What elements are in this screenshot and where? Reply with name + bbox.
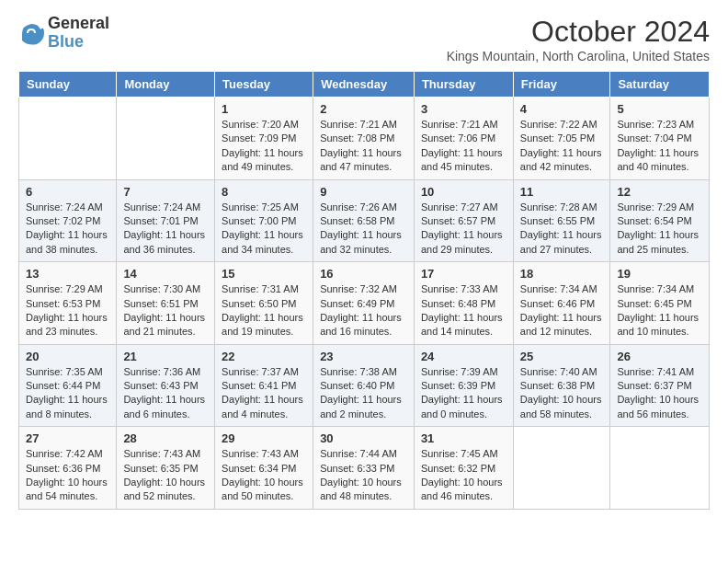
calendar-week-row: 20Sunrise: 7:35 AMSunset: 6:44 PMDayligh… <box>19 344 710 427</box>
calendar-cell: 12Sunrise: 7:29 AMSunset: 6:54 PMDayligh… <box>610 179 710 262</box>
day-number: 13 <box>26 267 109 281</box>
day-info: Sunrise: 7:34 AMSunset: 6:46 PMDaylight:… <box>520 282 604 339</box>
calendar-week-row: 1Sunrise: 7:20 AMSunset: 7:09 PMDaylight… <box>19 98 710 180</box>
calendar-cell: 31Sunrise: 7:45 AMSunset: 6:32 PMDayligh… <box>414 427 513 510</box>
day-info: Sunrise: 7:29 AMSunset: 6:53 PMDaylight:… <box>26 282 109 339</box>
day-info: Sunrise: 7:32 AMSunset: 6:49 PMDaylight:… <box>320 282 407 339</box>
day-info: Sunrise: 7:38 AMSunset: 6:40 PMDaylight:… <box>320 365 407 422</box>
calendar-cell <box>117 98 215 180</box>
day-info: Sunrise: 7:30 AMSunset: 6:51 PMDaylight:… <box>123 282 208 339</box>
day-info: Sunrise: 7:31 AMSunset: 6:50 PMDaylight:… <box>222 282 306 339</box>
day-number: 25 <box>520 350 604 363</box>
day-info: Sunrise: 7:24 AMSunset: 7:02 PMDaylight:… <box>26 201 109 258</box>
day-info: Sunrise: 7:23 AMSunset: 7:04 PMDaylight:… <box>617 118 702 175</box>
logo: General Blue <box>18 15 109 52</box>
calendar-cell: 17Sunrise: 7:33 AMSunset: 6:48 PMDayligh… <box>414 262 513 345</box>
day-number: 11 <box>520 185 604 199</box>
day-info: Sunrise: 7:21 AMSunset: 7:08 PMDaylight:… <box>320 118 407 175</box>
day-info: Sunrise: 7:39 AMSunset: 6:39 PMDaylight:… <box>421 365 506 422</box>
day-number: 8 <box>222 185 306 199</box>
day-info: Sunrise: 7:33 AMSunset: 6:48 PMDaylight:… <box>421 282 506 339</box>
day-info: Sunrise: 7:45 AMSunset: 6:32 PMDaylight:… <box>421 447 506 504</box>
calendar-cell: 26Sunrise: 7:41 AMSunset: 6:37 PMDayligh… <box>610 344 710 427</box>
calendar-cell <box>610 427 710 510</box>
day-number: 2 <box>320 102 407 116</box>
day-number: 5 <box>617 102 702 116</box>
day-number: 22 <box>222 350 306 363</box>
calendar-cell: 10Sunrise: 7:27 AMSunset: 6:57 PMDayligh… <box>414 179 513 262</box>
calendar-cell: 16Sunrise: 7:32 AMSunset: 6:49 PMDayligh… <box>313 262 415 345</box>
day-info: Sunrise: 7:44 AMSunset: 6:33 PMDaylight:… <box>320 447 407 504</box>
calendar-cell: 1Sunrise: 7:20 AMSunset: 7:09 PMDaylight… <box>215 98 313 180</box>
calendar-week-row: 6Sunrise: 7:24 AMSunset: 7:02 PMDaylight… <box>19 179 710 262</box>
day-info: Sunrise: 7:26 AMSunset: 6:58 PMDaylight:… <box>320 201 407 258</box>
day-number: 9 <box>320 185 407 199</box>
calendar-cell: 14Sunrise: 7:30 AMSunset: 6:51 PMDayligh… <box>117 262 215 345</box>
day-info: Sunrise: 7:43 AMSunset: 6:34 PMDaylight:… <box>222 447 306 504</box>
calendar-cell: 4Sunrise: 7:22 AMSunset: 7:05 PMDaylight… <box>513 98 610 180</box>
day-number: 17 <box>421 267 506 281</box>
column-header-monday: Monday <box>117 72 215 98</box>
day-number: 19 <box>617 267 702 281</box>
header: General Blue October 2024 Kings Mountain… <box>18 15 710 63</box>
day-number: 12 <box>617 185 702 199</box>
calendar-cell: 18Sunrise: 7:34 AMSunset: 6:46 PMDayligh… <box>513 262 610 345</box>
calendar-week-row: 27Sunrise: 7:42 AMSunset: 6:36 PMDayligh… <box>19 427 710 510</box>
calendar-table: SundayMondayTuesdayWednesdayThursdayFrid… <box>18 71 710 510</box>
calendar-cell: 23Sunrise: 7:38 AMSunset: 6:40 PMDayligh… <box>313 344 415 427</box>
calendar-cell: 27Sunrise: 7:42 AMSunset: 6:36 PMDayligh… <box>19 427 117 510</box>
logo-line1: General <box>48 15 109 33</box>
day-number: 1 <box>222 102 306 116</box>
day-number: 31 <box>421 431 506 445</box>
day-info: Sunrise: 7:36 AMSunset: 6:43 PMDaylight:… <box>123 365 208 422</box>
day-info: Sunrise: 7:41 AMSunset: 6:37 PMDaylight:… <box>617 365 702 422</box>
day-info: Sunrise: 7:25 AMSunset: 7:00 PMDaylight:… <box>222 201 306 258</box>
day-info: Sunrise: 7:29 AMSunset: 6:54 PMDaylight:… <box>617 201 702 258</box>
day-number: 30 <box>320 431 407 445</box>
day-number: 7 <box>123 185 208 199</box>
day-number: 16 <box>320 267 407 281</box>
calendar-cell: 22Sunrise: 7:37 AMSunset: 6:41 PMDayligh… <box>215 344 313 427</box>
column-header-thursday: Thursday <box>414 72 513 98</box>
calendar-cell: 3Sunrise: 7:21 AMSunset: 7:06 PMDaylight… <box>414 98 513 180</box>
calendar-header-row: SundayMondayTuesdayWednesdayThursdayFrid… <box>19 72 710 98</box>
calendar-week-row: 13Sunrise: 7:29 AMSunset: 6:53 PMDayligh… <box>19 262 710 345</box>
calendar-cell: 30Sunrise: 7:44 AMSunset: 6:33 PMDayligh… <box>313 427 415 510</box>
day-number: 28 <box>123 431 208 445</box>
calendar-cell: 2Sunrise: 7:21 AMSunset: 7:08 PMDaylight… <box>313 98 415 180</box>
day-info: Sunrise: 7:20 AMSunset: 7:09 PMDaylight:… <box>222 118 306 175</box>
day-number: 18 <box>520 267 604 281</box>
day-number: 3 <box>421 102 506 116</box>
day-info: Sunrise: 7:24 AMSunset: 7:01 PMDaylight:… <box>123 201 208 258</box>
day-number: 4 <box>520 102 604 116</box>
day-number: 14 <box>123 267 208 281</box>
day-info: Sunrise: 7:27 AMSunset: 6:57 PMDaylight:… <box>421 201 506 258</box>
calendar-cell: 28Sunrise: 7:43 AMSunset: 6:35 PMDayligh… <box>117 427 215 510</box>
day-number: 6 <box>26 185 109 199</box>
day-info: Sunrise: 7:37 AMSunset: 6:41 PMDaylight:… <box>222 365 306 422</box>
day-info: Sunrise: 7:21 AMSunset: 7:06 PMDaylight:… <box>421 118 506 175</box>
calendar-cell <box>19 98 117 180</box>
calendar-cell: 25Sunrise: 7:40 AMSunset: 6:38 PMDayligh… <box>513 344 610 427</box>
calendar-cell: 24Sunrise: 7:39 AMSunset: 6:39 PMDayligh… <box>414 344 513 427</box>
logo-icon <box>18 20 44 46</box>
column-header-friday: Friday <box>513 72 610 98</box>
calendar-cell: 11Sunrise: 7:28 AMSunset: 6:55 PMDayligh… <box>513 179 610 262</box>
day-number: 29 <box>222 431 306 445</box>
calendar-cell: 9Sunrise: 7:26 AMSunset: 6:58 PMDaylight… <box>313 179 415 262</box>
calendar-cell: 20Sunrise: 7:35 AMSunset: 6:44 PMDayligh… <box>19 344 117 427</box>
day-info: Sunrise: 7:22 AMSunset: 7:05 PMDaylight:… <box>520 118 604 175</box>
day-info: Sunrise: 7:40 AMSunset: 6:38 PMDaylight:… <box>520 365 604 422</box>
column-header-sunday: Sunday <box>19 72 117 98</box>
column-header-wednesday: Wednesday <box>313 72 415 98</box>
day-number: 15 <box>222 267 306 281</box>
logo-line2: Blue <box>48 33 109 52</box>
day-info: Sunrise: 7:42 AMSunset: 6:36 PMDaylight:… <box>26 447 109 504</box>
column-header-tuesday: Tuesday <box>215 72 313 98</box>
day-info: Sunrise: 7:34 AMSunset: 6:45 PMDaylight:… <box>617 282 702 339</box>
day-info: Sunrise: 7:28 AMSunset: 6:55 PMDaylight:… <box>520 201 604 258</box>
day-number: 23 <box>320 350 407 363</box>
calendar-cell: 19Sunrise: 7:34 AMSunset: 6:45 PMDayligh… <box>610 262 710 345</box>
calendar-cell: 5Sunrise: 7:23 AMSunset: 7:04 PMDaylight… <box>610 98 710 180</box>
day-info: Sunrise: 7:35 AMSunset: 6:44 PMDaylight:… <box>26 365 109 422</box>
